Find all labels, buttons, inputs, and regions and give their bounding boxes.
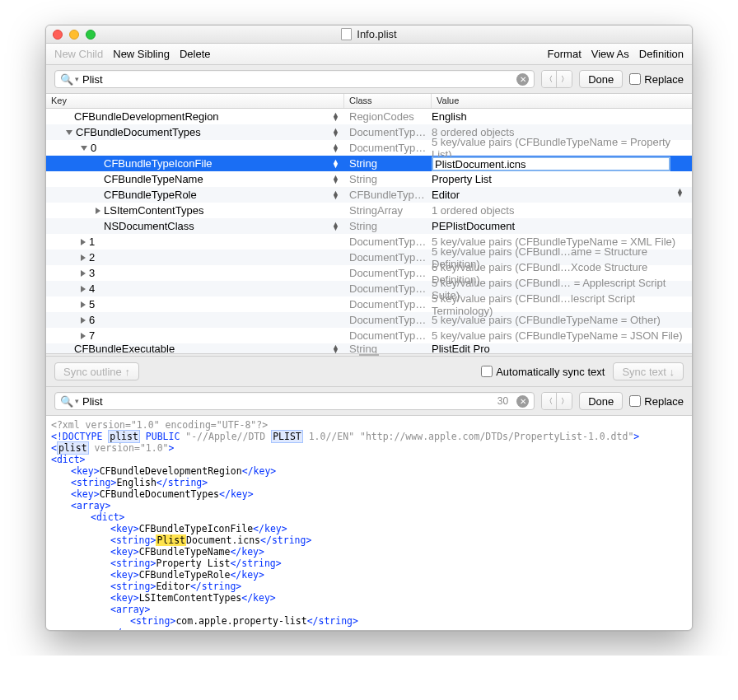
delete-button[interactable]: Delete [180, 48, 211, 60]
outline-row[interactable]: 7DocumentTyp…5 key/value pairs (CFBundle… [46, 328, 692, 343]
class-label: DocumentTyp… [344, 314, 432, 326]
text-search-input[interactable] [82, 395, 497, 408]
key-label: 6 [89, 314, 95, 326]
new-sibling-button[interactable]: New Sibling [113, 48, 170, 60]
outline-row[interactable]: CFBundleDevelopmentRegion▲▼RegionCodesEn… [46, 109, 692, 124]
value-cell[interactable]: PlistDocument.icns [432, 156, 692, 171]
prev-result-button[interactable]: 〈 [542, 393, 557, 409]
disclosure-triangle-icon[interactable] [81, 239, 86, 245]
disclosure-triangle-icon[interactable] [81, 146, 87, 151]
disclosure-triangle-icon[interactable] [81, 333, 86, 339]
value-cell[interactable]: 1 ordered objects [432, 204, 692, 217]
outline-row[interactable]: LSItemContentTypesStringArray1 ordered o… [46, 203, 692, 218]
definition-menu[interactable]: Definition [639, 48, 684, 60]
key-label: CFBundleDevelopmentRegion [74, 110, 219, 123]
key-label: 1 [89, 236, 95, 248]
stepper-icon[interactable]: ▲▼ [332, 222, 339, 231]
chevron-down-icon[interactable]: ▾ [75, 75, 79, 83]
xml-text-editor[interactable]: <?xml version="1.0" encoding="UTF-8"?><!… [46, 416, 692, 630]
class-label: CFBundleTyp… [344, 189, 432, 201]
value-cell[interactable]: 5 key/value pairs (CFBundleTypeName = Ot… [432, 314, 692, 326]
stepper-icon[interactable]: ▲▼ [332, 345, 339, 353]
outline-search-field[interactable]: 🔍 ▾ ✕ [54, 70, 535, 88]
class-label: String [344, 157, 432, 170]
disclosure-triangle-icon[interactable] [96, 208, 100, 214]
key-label: 7 [89, 329, 95, 342]
key-label: 2 [89, 251, 95, 264]
outline-row[interactable]: NSDocumentClass▲▼StringPEPlistDocument [46, 218, 692, 234]
next-result-button[interactable]: 〉 [557, 393, 572, 409]
value-cell[interactable]: PlistEdit Pro [432, 343, 692, 353]
outline-search-bar: 🔍 ▾ ✕ 〈 〉 Done Replace [46, 65, 692, 94]
key-label: CFBundleExecutable [74, 343, 175, 353]
outline-search-input[interactable] [82, 73, 513, 86]
key-label: LSItemContentTypes [104, 204, 203, 217]
key-label: 4 [89, 282, 95, 295]
sync-text-button[interactable]: Sync text ↓ [613, 362, 684, 380]
value-cell[interactable]: English [432, 110, 692, 123]
key-label: 3 [89, 267, 95, 279]
stepper-icon[interactable]: ▲▼ [332, 175, 339, 184]
next-result-button[interactable]: 〉 [557, 71, 572, 87]
class-label: StringArray [344, 204, 432, 217]
search-icon: 🔍 [60, 73, 73, 86]
disclosure-triangle-icon[interactable] [81, 270, 86, 277]
replace-toggle[interactable]: Replace [629, 73, 684, 86]
text-search-field[interactable]: 🔍 ▾ 30 ✕ [54, 392, 535, 410]
stepper-icon[interactable]: ▲▼ [676, 189, 684, 197]
column-key[interactable]: Key [46, 94, 344, 108]
stepper-icon[interactable]: ▲▼ [332, 144, 339, 152]
format-menu[interactable]: Format [548, 48, 582, 60]
value-cell[interactable]: Property List [432, 173, 692, 185]
outline-header: Key Class Value [46, 94, 692, 109]
new-child-button[interactable]: New Child [54, 48, 103, 60]
class-label: DocumentTyp… [344, 236, 432, 248]
outline-row[interactable]: 6DocumentTyp…5 key/value pairs (CFBundle… [46, 312, 692, 328]
value-cell[interactable]: 5 key/value pairs (CFBundl…lescript Scri… [432, 292, 692, 317]
done-button[interactable]: Done [579, 70, 623, 88]
clear-icon[interactable]: ✕ [516, 395, 529, 408]
disclosure-triangle-icon[interactable] [81, 254, 86, 261]
outline-row[interactable]: 5DocumentTyp…5 key/value pairs (CFBundl…… [46, 296, 692, 312]
prev-result-button[interactable]: 〈 [542, 71, 557, 87]
auto-sync-toggle[interactable]: Automatically sync text [481, 366, 605, 378]
text-search-bar: 🔍 ▾ 30 ✕ 〈 〉 Done Replace [46, 386, 692, 416]
done-button[interactable]: Done [579, 392, 623, 410]
result-count: 30 [497, 395, 508, 407]
value-cell[interactable]: Editor▲▼ [432, 189, 692, 201]
outline-row[interactable]: 0▲▼DocumentTyp…5 key/value pairs (CFBund… [46, 140, 692, 156]
stepper-icon[interactable]: ▲▼ [332, 160, 339, 168]
disclosure-triangle-icon[interactable] [81, 317, 86, 324]
class-label: String [344, 220, 432, 232]
text-result-stepper[interactable]: 〈 〉 [541, 392, 572, 410]
search-result-stepper[interactable]: 〈 〉 [541, 70, 572, 88]
chevron-down-icon[interactable]: ▾ [75, 397, 79, 405]
stepper-icon[interactable]: ▲▼ [332, 113, 339, 121]
clear-icon[interactable]: ✕ [516, 73, 529, 86]
class-label: DocumentTyp… [344, 298, 432, 310]
disclosure-triangle-icon[interactable] [81, 301, 86, 308]
disclosure-triangle-icon[interactable] [81, 286, 86, 292]
column-value[interactable]: Value [432, 94, 692, 108]
outline-view[interactable]: CFBundleDevelopmentRegion▲▼RegionCodesEn… [46, 109, 692, 353]
disclosure-triangle-icon[interactable] [66, 130, 72, 135]
outline-row[interactable]: CFBundleTypeIconFile▲▼StringPlistDocumen… [46, 156, 692, 171]
key-label: CFBundleTypeRole [104, 189, 197, 201]
stepper-icon[interactable]: ▲▼ [332, 128, 339, 137]
value-cell[interactable]: PEPlistDocument [432, 220, 692, 232]
outline-row[interactable]: CFBundleTypeRole▲▼CFBundleTyp…Editor▲▼ [46, 187, 692, 203]
column-class[interactable]: Class [344, 94, 432, 108]
view-as-menu[interactable]: View As [591, 48, 629, 60]
outline-row[interactable]: CFBundleExecutable▲▼StringPlistEdit Pro [46, 343, 692, 353]
value-edit-input[interactable]: PlistDocument.icns [432, 156, 670, 171]
key-label: CFBundleTypeIconFile [104, 157, 213, 170]
replace-toggle[interactable]: Replace [629, 395, 684, 408]
sync-bar: Sync outline ↑ Automatically sync text S… [46, 357, 692, 386]
outline-row[interactable]: CFBundleTypeName▲▼StringProperty List [46, 171, 692, 187]
sync-outline-button[interactable]: Sync outline ↑ [54, 362, 139, 380]
key-label: CFBundleTypeName [104, 173, 203, 185]
search-icon: 🔍 [60, 395, 73, 408]
toolbar: New Child New Sibling Delete Format View… [46, 44, 692, 65]
value-cell[interactable]: 5 key/value pairs (CFBundleTypeName = JS… [432, 329, 692, 342]
stepper-icon[interactable]: ▲▼ [332, 191, 339, 199]
